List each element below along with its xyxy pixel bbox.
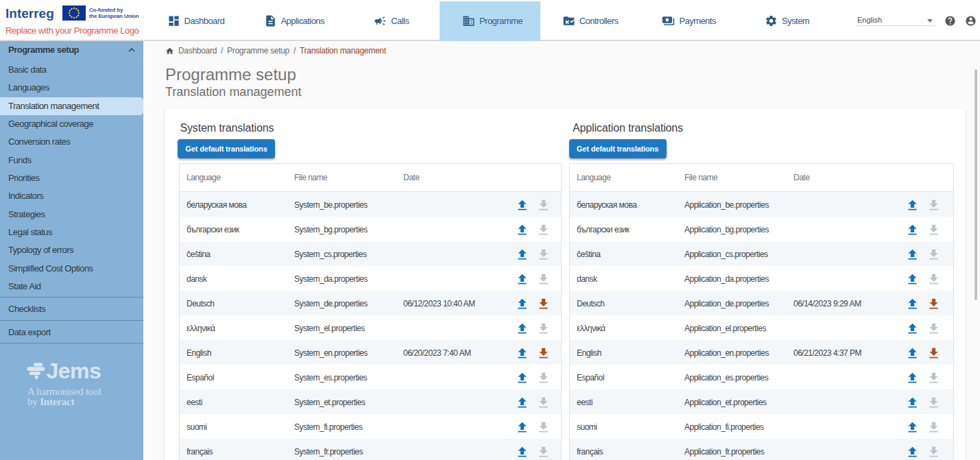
svg-text:Jems: Jems	[47, 359, 101, 382]
